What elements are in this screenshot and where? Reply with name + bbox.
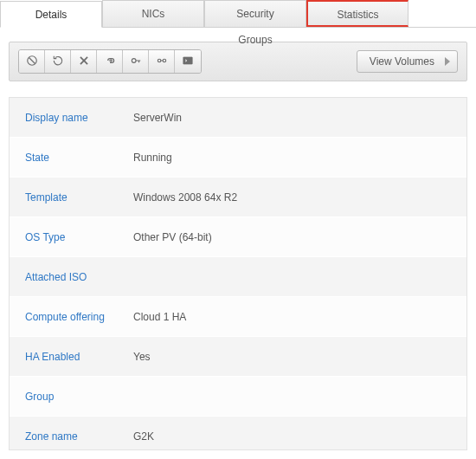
field-value: Cloud 1 HA bbox=[133, 311, 186, 323]
field-label: Compute offering bbox=[25, 311, 133, 323]
console-button[interactable] bbox=[175, 50, 201, 73]
svg-line-1 bbox=[29, 57, 35, 63]
tab-security-groups[interactable]: Security Groups bbox=[204, 0, 306, 27]
details-scroll[interactable]: Display name ServerWin State Running Tem… bbox=[10, 98, 466, 449]
field-label: Zone name bbox=[25, 430, 133, 443]
field-value: Running bbox=[133, 152, 172, 164]
svg-point-10 bbox=[163, 59, 166, 62]
field-value: G2K bbox=[133, 430, 154, 443]
svg-point-9 bbox=[158, 59, 161, 62]
view-volumes-button[interactable]: View Volumes bbox=[357, 50, 458, 73]
table-row: Display name ServerWin bbox=[10, 98, 466, 138]
field-label: Group bbox=[25, 391, 133, 403]
field-label: Template bbox=[25, 191, 133, 204]
table-row: Zone name G2K bbox=[10, 417, 466, 449]
tab-details[interactable]: Details bbox=[0, 1, 102, 28]
field-label: Attached ISO bbox=[25, 271, 133, 283]
tab-statistics[interactable]: Statistics bbox=[306, 0, 408, 27]
table-row: Group bbox=[10, 377, 466, 417]
field-label: OS Type bbox=[25, 231, 133, 243]
field-label: HA Enabled bbox=[25, 351, 133, 363]
field-value: Other PV (64-bit) bbox=[133, 231, 212, 243]
table-row: Compute offering Cloud 1 HA bbox=[10, 297, 466, 337]
attach-iso-button[interactable] bbox=[97, 50, 123, 73]
field-label: Display name bbox=[25, 112, 133, 124]
stop-icon bbox=[26, 55, 38, 69]
svg-point-6 bbox=[132, 58, 136, 62]
tab-nics[interactable]: NICs bbox=[102, 0, 204, 27]
field-label: State bbox=[25, 152, 133, 164]
stop-button[interactable] bbox=[19, 50, 45, 73]
details-panel: View Volumes Display name ServerWin Stat… bbox=[0, 28, 476, 459]
table-row: HA Enabled Yes bbox=[10, 337, 466, 377]
attach-icon bbox=[104, 55, 116, 69]
tab-bar: Details NICs Security Groups Statistics bbox=[0, 0, 476, 28]
reboot-button[interactable] bbox=[45, 50, 71, 73]
field-value: Yes bbox=[133, 351, 151, 363]
table-row: State Running bbox=[10, 138, 466, 178]
destroy-button[interactable] bbox=[71, 50, 97, 73]
field-value: ServerWin bbox=[133, 112, 182, 124]
table-row: OS Type Other PV (64-bit) bbox=[10, 217, 466, 257]
svg-rect-12 bbox=[183, 56, 193, 63]
key-icon bbox=[130, 55, 142, 69]
close-icon bbox=[78, 55, 90, 69]
details-content: Display name ServerWin State Running Tem… bbox=[9, 97, 467, 450]
link-button[interactable] bbox=[149, 50, 175, 73]
table-row: Template Windows 2008 64x R2 bbox=[10, 178, 466, 217]
field-value: Windows 2008 64x R2 bbox=[133, 191, 237, 204]
reboot-icon bbox=[52, 55, 64, 69]
console-icon bbox=[182, 55, 194, 69]
table-row: Attached ISO bbox=[10, 257, 466, 297]
reset-password-button[interactable] bbox=[123, 50, 149, 73]
link-icon bbox=[156, 55, 168, 69]
action-button-group bbox=[18, 49, 202, 74]
